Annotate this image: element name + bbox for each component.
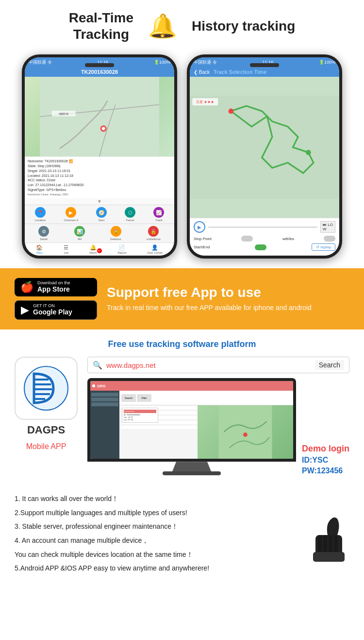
phones-row: 中国联通 令 11:16 🔋100% TK2001630028 [0, 54, 364, 263]
nav-list-label: List [64, 251, 68, 254]
demo-login-title: Demo login [302, 444, 349, 454]
svg-rect-24 [329, 535, 332, 552]
feature-4: 4. An account can manage multiple device… [15, 534, 349, 547]
app-logo-box: DAGPS Mobile APP [15, 357, 78, 451]
search-icon: 🔍 [93, 361, 102, 370]
grs-sidebar-items [90, 391, 119, 409]
wifi-lbs-toggle[interactable] [324, 236, 335, 242]
btn-fence[interactable]: ⬡ Fence [125, 207, 135, 222]
undefence-icon: 🔓 [148, 226, 159, 237]
nav-main[interactable]: 🏠 Main [36, 244, 43, 254]
stop-point-label: Stop Point [194, 237, 212, 241]
battery-text: 🔋100% [154, 60, 170, 65]
app-store-big: App Store [37, 285, 70, 294]
phone-left-info: Nickname: TK2001630028 📶 State: Stop (16… [25, 156, 174, 198]
feature-3: 3. Stable server, professional engineer … [15, 520, 349, 533]
phone-left-screen: 中国联通 令 11:16 🔋100% TK2001630028 [25, 57, 174, 256]
back-button[interactable]: ❮ Back [194, 69, 210, 75]
replay-button[interactable]: ↺ replay [312, 243, 335, 251]
top-section: Real-TimeTracking 🔔 History tracking [0, 0, 364, 54]
home-nav-icon: 🏠 [36, 244, 43, 251]
list-nav-icon: ☰ [64, 244, 68, 251]
track-map: 百度 ★★★ [190, 77, 339, 218]
detail-icon: ⚙ [38, 226, 49, 237]
app-name-label: DAGPS [27, 424, 65, 436]
google-play-icon: ▶ [21, 304, 29, 316]
grs-map [198, 405, 293, 459]
monitor-wrap: GRS [87, 378, 296, 475]
feature-5: 5.Android APP &IOS APP easy to view anyt… [15, 562, 349, 575]
apple-icon: 🍎 [20, 281, 33, 294]
google-play-button[interactable]: ▶ GET IT ON Google Play [15, 300, 97, 320]
track-slider[interactable] [208, 226, 317, 228]
nav-alarm[interactable]: 🔔 Alarm 47 [89, 244, 97, 254]
svg-rect-23 [323, 535, 327, 552]
btn-navi-label: Navi [99, 219, 104, 222]
mil-icon: 📊 [74, 226, 85, 237]
svg-point-19 [243, 432, 248, 437]
btn-track[interactable]: 📈 Track [153, 207, 164, 222]
navi-icon: 🧭 [96, 207, 107, 218]
search-bar: 🔍 www.dagps.net Search [87, 357, 349, 373]
nav-user-label: User Center [147, 251, 163, 254]
app-logo [15, 357, 78, 420]
user-nav-icon: 👤 [151, 244, 158, 251]
grs-main: Search Filter [119, 391, 293, 459]
nav-alarm-label: Alarm [89, 251, 97, 254]
alarm-badge: 47 [97, 248, 102, 253]
feature-4b: You can check multiple devices location … [15, 548, 349, 561]
track-title: Track Selection Time [214, 69, 266, 75]
google-play-big: Google Play [33, 308, 72, 316]
btn-detail-label: Detail [40, 238, 47, 241]
grs-logo-text: GRS [97, 384, 105, 388]
features-section: 1. It can works all over the world！ 2.Su… [0, 485, 364, 586]
collapse-arrow[interactable]: ▼ [25, 198, 174, 205]
grs-sidebar [90, 391, 119, 459]
btn-defence-label: Defence [110, 238, 121, 241]
svg-rect-1 [40, 77, 159, 156]
platform-content: DAGPS Mobile APP 🔍 www.dagps.net Search [15, 357, 349, 475]
start-end-label: Start/End [194, 245, 210, 249]
btn-detail[interactable]: ⚙ Detail [38, 226, 49, 241]
phone-left-statusbar: 中国联通 令 11:16 🔋100% [25, 57, 174, 67]
phone-right-statusbar: 中国联通 令 11:16 🔋100% [190, 57, 339, 67]
svg-rect-7 [190, 96, 339, 199]
monitor-display: GRS [90, 381, 293, 459]
btn-navi[interactable]: 🧭 Navi [96, 207, 107, 222]
stop-point-row: Stop Point wifi/lbs [194, 236, 335, 242]
btn-location[interactable]: 📍 Location [35, 207, 46, 222]
btn-defence[interactable]: 🔒 Defence [110, 226, 121, 241]
grs-toolbar-btn2: Filter [137, 394, 151, 402]
speed-display: ⏭ LOW [320, 221, 335, 233]
btn-mil[interactable]: 📊 Mil [74, 226, 85, 241]
demo-login-id: ID:YSC [302, 456, 349, 465]
btn-undefence[interactable]: 🔓 unDefence [147, 226, 161, 241]
start-end-row: Start/End ↺ replay [194, 243, 335, 251]
grs-toolbar: Search Filter [119, 391, 293, 405]
phone-right-trackheader: ❮ Back Track Selection Time [190, 67, 339, 77]
play-button[interactable]: ▶ [194, 221, 205, 233]
start-end-toggle[interactable] [255, 244, 266, 250]
map-image: 地图区域 [25, 77, 174, 156]
search-button[interactable]: Search [315, 360, 344, 370]
google-play-small: GET IT ON [33, 304, 72, 308]
monitor-screen: GRS [87, 378, 296, 462]
nav-report[interactable]: 📄 Report [117, 244, 126, 254]
btn-command[interactable]: ▶ Comman d [64, 207, 78, 222]
svg-rect-25 [334, 535, 338, 552]
app-store-button[interactable]: 🍎 Download on the App Store [15, 278, 97, 296]
btn-undefence-label: unDefence [147, 238, 161, 241]
nav-list[interactable]: ☰ List [64, 244, 68, 254]
nav-usercenter[interactable]: 👤 User Center [147, 244, 163, 254]
btn-mil-label: Mil [78, 238, 82, 241]
store-buttons: 🍎 Download on the App Store ▶ GET IT ON … [15, 278, 97, 320]
stop-point-toggle[interactable] [241, 236, 253, 242]
platform-title: Free use tracking software platform [15, 339, 349, 349]
nav-main-label: Main [36, 251, 43, 254]
grs-detail-content: ID: TK2001630028Lat: -11.27Lon: 27.13 [124, 414, 156, 421]
grs-logo-dot [92, 384, 95, 387]
phone-left-titlebar: TK2001630028 [25, 67, 174, 77]
grs-topbar: GRS [90, 381, 293, 391]
grs-sidebar-item [91, 393, 118, 397]
google-play-text: GET IT ON Google Play [33, 304, 72, 316]
